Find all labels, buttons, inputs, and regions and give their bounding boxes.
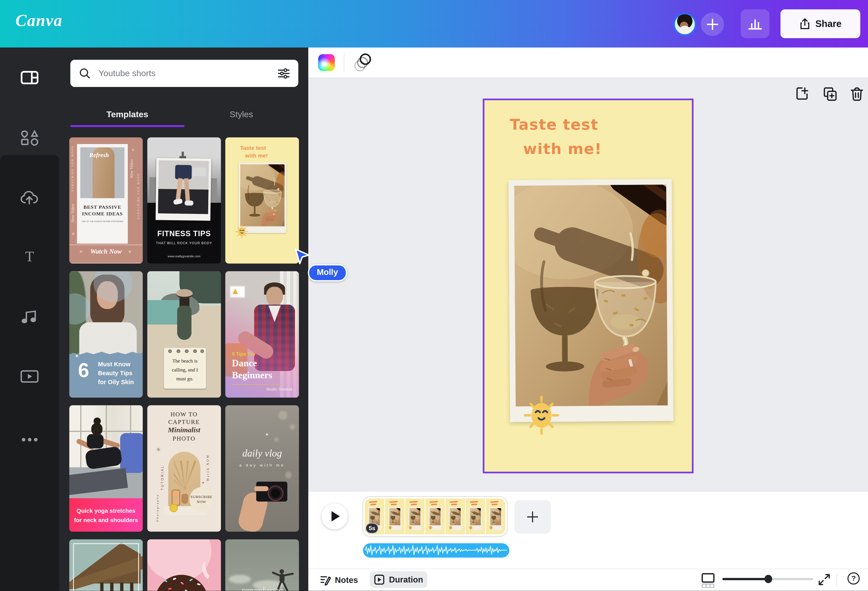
canva-logo[interactable]: Canva — [16, 11, 63, 30]
template-thumb-remembering[interactable]: remembering — [225, 539, 299, 591]
sparkle-icon: ✦ — [201, 480, 205, 485]
audio-track[interactable] — [363, 543, 509, 558]
notes-button[interactable]: Notes — [320, 572, 358, 588]
thumb-vertical-script: New Video — [70, 204, 75, 223]
panel-tabs: Templates Styles — [70, 103, 298, 128]
starburst-icon: ✳ — [79, 249, 83, 255]
sparkle-icon: ✶ — [265, 432, 269, 437]
template-thumb-yoga[interactable]: Quick yoga stretches for neck and should… — [69, 405, 143, 532]
animate-icon[interactable] — [354, 53, 373, 73]
waveform — [363, 543, 509, 558]
thumb-title: remembering — [225, 586, 299, 591]
template-thumb-passive-income[interactable]: SUBSCRIBE FOR MORE New Video Refresh BES… — [69, 137, 143, 263]
duration-label: Duration — [389, 575, 423, 584]
cloud-upload-icon — [20, 191, 39, 205]
template-thumb-dessert[interactable] — [147, 539, 221, 591]
starburst-icon: ✳ — [71, 231, 75, 237]
search-box[interactable] — [70, 60, 298, 87]
share-button[interactable]: Share — [781, 9, 860, 38]
template-thumb-fitness-tips[interactable]: FITNESS TIPS THAT WILL ROCK YOUR BODY ww… — [147, 137, 221, 263]
create-design-button[interactable] — [701, 13, 724, 36]
templates-icon — [21, 71, 38, 84]
thumb-caption: ONE OF THE PASSIVE INCOME STRATEGIES — [77, 220, 128, 222]
play-icon — [332, 511, 340, 522]
bottom-bar: Notes Duration ? — [308, 569, 868, 591]
share-label: Share — [815, 18, 841, 29]
tab-styles[interactable]: Styles — [185, 103, 298, 128]
delete-page-icon[interactable] — [850, 86, 864, 102]
filter-icon[interactable] — [278, 68, 289, 79]
template-thumb-minimalist-photo[interactable]: HOW TO CAPTURE Minimalist PHOTO ✳ SUBSCR… — [147, 405, 221, 532]
starburst-icon: ✳ — [156, 446, 161, 453]
template-thumb-dance-beginners[interactable]: 5 Tips For Dance Beginners Studio Shodwe — [225, 271, 299, 397]
sun-sticker[interactable] — [523, 396, 560, 435]
template-thumb-beach-quote[interactable]: The beach is calling, and I must go. — [147, 271, 221, 397]
fullscreen-icon[interactable] — [818, 573, 831, 586]
svg-text:T: T — [25, 250, 34, 264]
sidebar-item-design[interactable] — [0, 47, 59, 107]
sidebar-item-text[interactable]: T — [0, 230, 59, 284]
toolbar-divider — [344, 53, 344, 72]
sparkle-icon: ✦ — [75, 353, 79, 359]
zoom-slider[interactable] — [722, 578, 813, 580]
plus-icon — [526, 510, 539, 523]
thumb-note-paper: The beach is calling, and I must go. — [164, 348, 206, 389]
view-toggle-icon[interactable] — [701, 573, 715, 588]
thumb-title: daily vlog — [225, 448, 299, 459]
template-thumb-daily-vlog[interactable]: ✶ daily vlog a day with me — [225, 405, 299, 532]
duration-icon — [374, 575, 385, 585]
sidebar-item-more[interactable] — [0, 413, 59, 466]
canvas-area[interactable]: Taste test with me! — [308, 78, 868, 492]
template-thumb-taste-test[interactable]: Taste test with me! — [225, 137, 299, 263]
elements-icon — [20, 130, 39, 146]
starburst-icon: ✳ — [128, 249, 131, 255]
page-title-line[interactable]: Taste test — [510, 116, 598, 133]
add-page-icon[interactable] — [796, 86, 810, 102]
clip-filmstrip[interactable] — [363, 497, 507, 536]
thumb-vertical-text: SUBSCRIBE FOR MORE — [71, 145, 74, 192]
thumb-polaroid — [156, 158, 211, 221]
thumb-title: FITNESS TIPS — [147, 229, 221, 238]
thumb-subtitle: THAT WILL ROCK YOUR BODY — [147, 241, 221, 245]
design-page[interactable]: Taste test with me! — [483, 99, 694, 474]
thumb-subtitle: a day with me — [225, 463, 299, 467]
sidebar-item-audio[interactable] — [0, 290, 59, 343]
thumb-eyebrow: 5 Tips For — [232, 351, 255, 357]
text-tool-icon: T — [22, 250, 37, 264]
sidebar-item-elements[interactable] — [0, 111, 59, 164]
thumb-title-line: Taste test — [240, 145, 266, 151]
sidebar-item-uploads[interactable] — [0, 171, 59, 224]
search-input[interactable] — [97, 68, 269, 79]
starburst-icon: ✳ — [131, 147, 135, 153]
sidebar-item-videos[interactable] — [0, 350, 59, 403]
duplicate-page-icon[interactable] — [822, 86, 838, 102]
add-clip-button[interactable] — [514, 500, 551, 534]
thumb-title: Beginners — [232, 370, 272, 381]
avatar[interactable] — [673, 13, 697, 36]
bottom-bar-divider — [837, 574, 837, 586]
canva-editor: Canva Share — [0, 0, 868, 591]
templates-panel: Templates Styles SUBSCRIBE FOR MORE New … — [59, 47, 309, 591]
insights-button[interactable] — [741, 9, 769, 38]
template-grid: SUBSCRIBE FOR MORE New Video Refresh BES… — [69, 137, 299, 591]
top-bar: Canva Share — [0, 0, 868, 47]
zoom-slider-thumb[interactable] — [765, 575, 772, 583]
collaborator-name-badge: Molly — [308, 264, 347, 282]
duration-button[interactable]: Duration — [370, 571, 427, 588]
thumb-number: 6 — [78, 359, 89, 382]
thumb-card: Refresh BEST PASSIVE INCOME IDEAS ONE OF… — [77, 144, 128, 244]
column-chart-icon — [748, 17, 762, 31]
background-color-button[interactable] — [318, 54, 335, 71]
more-ellipsis-icon — [21, 437, 38, 442]
template-thumb-beauty-tips[interactable]: ✦ 6 Must Know Beauty Tips for Oily Skin — [69, 271, 143, 397]
page-polaroid-photo[interactable] — [508, 179, 673, 422]
clip-duration-badge: 5s — [365, 523, 379, 534]
help-button[interactable]: ? — [847, 572, 860, 585]
tab-templates[interactable]: Templates — [70, 103, 185, 128]
active-tab-underline — [70, 125, 185, 127]
play-button[interactable] — [322, 504, 347, 529]
page-actions — [796, 86, 864, 102]
thumb-credit: Studio Shodwe — [225, 387, 292, 392]
template-thumb-beach-hut[interactable] — [69, 539, 143, 591]
page-title-line[interactable]: with me! — [523, 140, 602, 158]
